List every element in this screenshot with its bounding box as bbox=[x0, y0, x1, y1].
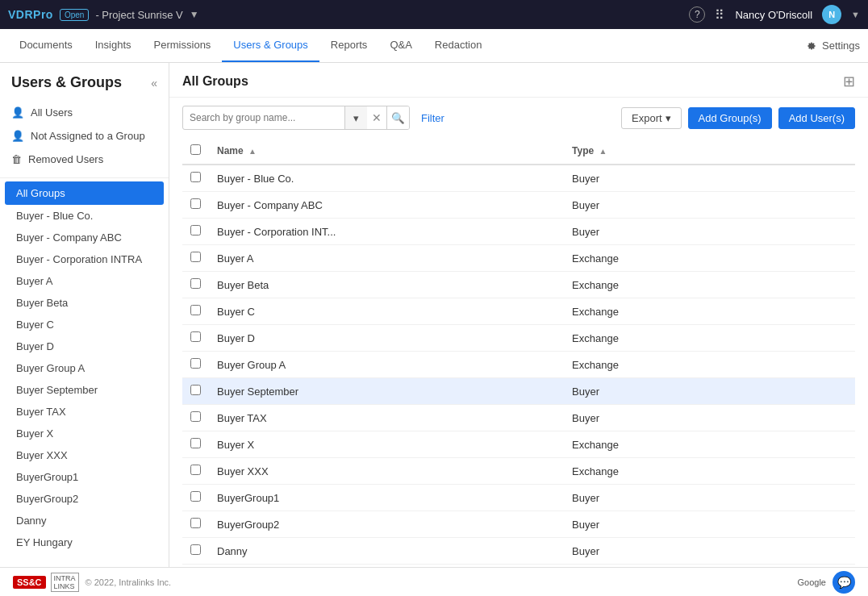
tab-qna[interactable]: Q&A bbox=[378, 29, 423, 62]
table-row[interactable]: Buyer BetaExchange bbox=[182, 272, 855, 298]
sidebar-group-item[interactable]: Buyer Group A bbox=[0, 357, 169, 379]
export-button[interactable]: Export ▾ bbox=[621, 107, 682, 129]
tab-insights[interactable]: Insights bbox=[84, 29, 143, 62]
row-checkbox[interactable] bbox=[190, 411, 201, 422]
sidebar-collapse-icon[interactable]: « bbox=[151, 77, 157, 90]
help-icon[interactable]: ? bbox=[689, 6, 705, 23]
filter-button[interactable]: Filter bbox=[416, 112, 449, 124]
sidebar-scroll-area: Buyer - Blue Co.Buyer - Company ABCBuyer… bbox=[0, 205, 169, 567]
row-type: Exchange bbox=[564, 458, 855, 485]
sidebar-group-item[interactable]: Buyer Beta bbox=[0, 292, 169, 314]
sidebar-group-item[interactable]: Buyer - Company ABC bbox=[0, 227, 169, 248]
row-type: Buyer bbox=[564, 378, 855, 405]
row-checkbox[interactable] bbox=[190, 331, 201, 342]
tab-permissions[interactable]: Permissions bbox=[143, 29, 223, 62]
search-input[interactable] bbox=[183, 112, 344, 123]
row-checkbox[interactable] bbox=[190, 278, 201, 289]
add-user-button[interactable]: Add User(s) bbox=[778, 107, 855, 129]
chat-icon[interactable]: 💬 bbox=[833, 571, 855, 594]
table-row[interactable]: Buyer DExchange bbox=[182, 325, 855, 352]
row-name: Buyer A bbox=[209, 245, 564, 272]
tab-users-groups[interactable]: Users & Groups bbox=[222, 29, 319, 62]
tab-documents[interactable]: Documents bbox=[8, 29, 84, 62]
sidebar-group-item[interactable]: Buyer TAX bbox=[0, 401, 169, 423]
row-checkbox[interactable] bbox=[190, 518, 201, 528]
sidebar-group-item[interactable]: Buyer D bbox=[0, 336, 169, 357]
table-row[interactable]: Buyer - Company ABCBuyer bbox=[182, 192, 855, 219]
table-row[interactable]: Buyer - Blue Co.Buyer bbox=[182, 165, 855, 192]
sidebar-group-item[interactable]: Buyer September bbox=[0, 379, 169, 401]
row-checkbox[interactable] bbox=[190, 225, 201, 235]
sidebar-group-item[interactable]: Buyer - Corporation INTRA bbox=[0, 248, 169, 270]
table-row[interactable]: Buyer TAXBuyer bbox=[182, 405, 855, 431]
settings-label[interactable]: Settings bbox=[822, 40, 860, 52]
select-all-checkbox[interactable] bbox=[190, 144, 201, 155]
table-row[interactable]: BuyerGroup2Buyer bbox=[182, 511, 855, 538]
settings-gear-icon bbox=[804, 40, 817, 52]
header-type[interactable]: Type ▲ bbox=[564, 138, 855, 165]
header-name[interactable]: Name ▲ bbox=[209, 138, 564, 165]
toolbar-right: Export ▾ Add Group(s) Add User(s) bbox=[621, 107, 855, 129]
project-chevron-icon[interactable]: ▼ bbox=[190, 9, 199, 20]
user-chevron-icon[interactable]: ▼ bbox=[851, 10, 860, 19]
row-checkbox[interactable] bbox=[190, 385, 201, 395]
sidebar-group-item[interactable]: Buyer X bbox=[0, 423, 169, 444]
sidebar-header: Users & Groups « bbox=[0, 63, 169, 98]
sidebar-item-all-groups[interactable]: All Groups bbox=[5, 181, 164, 205]
sidebar-group-item[interactable]: EY Hungary bbox=[0, 531, 169, 553]
row-name: Buyer TAX bbox=[209, 405, 564, 431]
tab-reports[interactable]: Reports bbox=[319, 29, 379, 62]
table-row[interactable]: Buyer Group AExchange bbox=[182, 352, 855, 378]
row-checkbox[interactable] bbox=[190, 198, 201, 209]
row-name: Buyer XXX bbox=[209, 458, 564, 485]
search-dropdown-button[interactable]: ▾ bbox=[344, 106, 367, 130]
table-row[interactable]: Buyer AExchange bbox=[182, 245, 855, 272]
sidebar-item-all-users[interactable]: 👤 All Users bbox=[0, 101, 169, 124]
row-name: BuyerGroup1 bbox=[209, 485, 564, 511]
row-checkbox-cell bbox=[182, 192, 209, 219]
table-row[interactable]: Buyer CExchange bbox=[182, 298, 855, 325]
tab-redaction[interactable]: Redaction bbox=[424, 29, 494, 62]
export-label: Export bbox=[632, 112, 662, 124]
sidebar-group-item[interactable]: Buyer A bbox=[0, 270, 169, 292]
settings-link[interactable]: Settings bbox=[804, 40, 860, 52]
grid-view-icon[interactable]: ⊞ bbox=[843, 73, 855, 90]
search-clear-button[interactable]: ✕ bbox=[367, 106, 386, 130]
sidebar-group-item[interactable]: BuyerGroup2 bbox=[0, 488, 169, 510]
table-row[interactable]: Buyer XXXExchange bbox=[182, 458, 855, 485]
footer-right: Google 💬 bbox=[798, 571, 855, 594]
row-checkbox[interactable] bbox=[190, 438, 201, 448]
table-row[interactable]: BuyerGroup1Buyer bbox=[182, 485, 855, 511]
sidebar-group-item[interactable]: Buyer XXX bbox=[0, 444, 169, 466]
row-checkbox-cell bbox=[182, 511, 209, 538]
google-link[interactable]: Google bbox=[798, 577, 826, 587]
row-checkbox-cell bbox=[182, 378, 209, 405]
row-type: Exchange bbox=[564, 352, 855, 378]
row-type: Buyer bbox=[564, 485, 855, 511]
row-name: Buyer Beta bbox=[209, 272, 564, 298]
sidebar-item-not-assigned[interactable]: 👤 Not Assigned to a Group bbox=[0, 124, 169, 148]
row-checkbox[interactable] bbox=[190, 252, 201, 262]
table-row[interactable]: Buyer SeptemberBuyer bbox=[182, 378, 855, 405]
header-name-label: Name bbox=[217, 145, 244, 156]
nav-tabs-left: Documents Insights Permissions Users & G… bbox=[8, 29, 493, 62]
row-checkbox[interactable] bbox=[190, 172, 201, 182]
add-groups-button[interactable]: Add Group(s) bbox=[688, 107, 772, 129]
row-checkbox[interactable] bbox=[190, 465, 201, 475]
search-submit-button[interactable]: 🔍 bbox=[386, 106, 409, 130]
sidebar-group-item[interactable]: Buyer C bbox=[0, 314, 169, 336]
table-row[interactable]: Buyer XExchange bbox=[182, 431, 855, 458]
row-checkbox[interactable] bbox=[190, 305, 201, 315]
grid-icon[interactable]: ⠿ bbox=[715, 7, 725, 23]
sidebar-group-item[interactable]: Danny bbox=[0, 510, 169, 531]
row-checkbox[interactable] bbox=[190, 544, 201, 555]
sidebar-group-item[interactable]: Buyer - Blue Co. bbox=[0, 205, 169, 227]
sidebar-group-item[interactable]: BuyerGroup1 bbox=[0, 466, 169, 488]
row-checkbox[interactable] bbox=[190, 358, 201, 369]
table-row[interactable]: DannyBuyer bbox=[182, 538, 855, 565]
table-row[interactable]: Buyer - Corporation INT...Buyer bbox=[182, 219, 855, 245]
content-area: All Groups ⊞ ▾ ✕ 🔍 Filter Export ▾ Add G… bbox=[169, 63, 868, 567]
sidebar-item-removed-users[interactable]: 🗑 Removed Users bbox=[0, 148, 169, 171]
user-name: Nancy O'Driscoll bbox=[735, 9, 812, 21]
row-checkbox[interactable] bbox=[190, 491, 201, 502]
